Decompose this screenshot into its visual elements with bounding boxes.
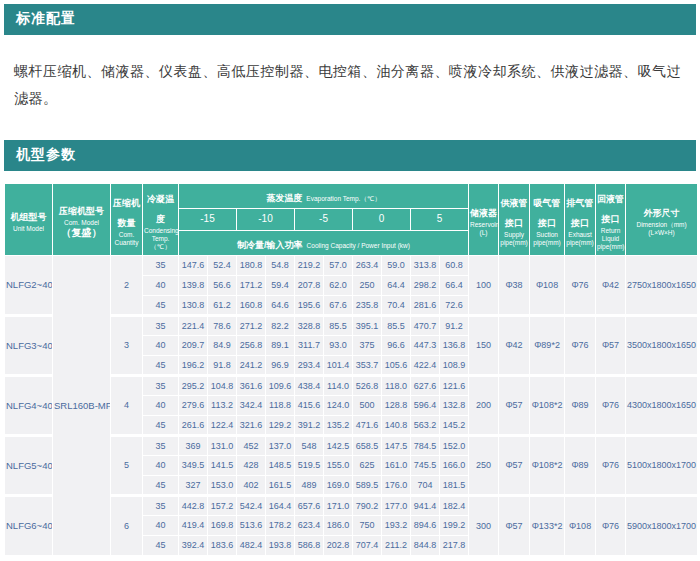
cell-cooling-capacity: 623.4 [295, 515, 324, 535]
page: 标准配置 螺杆压缩机、储液器、仪表盘、高低压控制器、电控箱、油分离器、喷液冷却系… [0, 0, 700, 561]
cell-cooling-capacity: 784.5 [411, 435, 440, 455]
cell-cooling-capacity: 321.6 [237, 415, 266, 435]
cell-power-input: 137.0 [266, 435, 295, 455]
cell-cooling-capacity: 295.2 [179, 375, 208, 395]
cell-condensing-temp: 45 [143, 295, 179, 315]
header-exhaust-zh: 排气管接口 [567, 198, 594, 228]
cell-cooling-capacity: 513.6 [237, 515, 266, 535]
cell-power-input: 104.8 [208, 375, 237, 395]
cell-cooling-capacity: 402 [237, 475, 266, 495]
cell-cooling-capacity: 442.8 [179, 495, 208, 515]
cell-dimension: 3500x1800x1650 [626, 315, 698, 375]
cell-power-input: 169.0 [324, 475, 353, 495]
cell-supply: Φ57 [499, 375, 530, 435]
cell-cooling-capacity: 894.6 [411, 515, 440, 535]
cell-cooling-capacity: 471.6 [353, 415, 382, 435]
cell-exhaust: Φ89 [565, 435, 596, 495]
header-supply: 供液管接口Supply pipe(mm) [499, 183, 530, 255]
cell-cooling-capacity: 745.5 [411, 455, 440, 475]
cell-cooling-capacity: 241.2 [237, 355, 266, 375]
cell-power-input: 124.0 [324, 395, 353, 415]
header-evap-temp--15: -15 [179, 208, 237, 230]
cell-supply: Φ57 [499, 495, 530, 555]
cell-power-input: 121.6 [440, 375, 469, 395]
cell-power-input: 113.2 [208, 395, 237, 415]
cell-cooling-capacity: 256.8 [237, 335, 266, 355]
cell-exhaust: Φ108 [565, 495, 596, 555]
cell-reservoir: 300 [469, 495, 499, 555]
cell-power-input: 101.4 [324, 355, 353, 375]
header-cooling-zh: 制冷量/输入功率 [237, 240, 303, 250]
cell-cooling-capacity: 415.6 [295, 395, 324, 415]
header-com-model: 压缩机型号Com. Model（复盛） [53, 183, 111, 255]
cell-unit-model: NLFG3~40 [5, 315, 53, 375]
cell-unit-model: NLFG4~40 [5, 375, 53, 435]
header-dimension: 外形尺寸Dimension（mm)(L×W×H) [626, 183, 698, 255]
cell-power-input: 157.2 [208, 495, 237, 515]
cell-power-input: 153.0 [208, 475, 237, 495]
cell-cooling-capacity: 586.8 [295, 535, 324, 555]
cell-return-liquid: Φ57 [596, 315, 626, 375]
cell-condensing-temp: 35 [143, 255, 179, 275]
model-params-title: 机型参数 [16, 146, 76, 162]
cell-power-input: 91.2 [440, 315, 469, 335]
cell-power-input: 211.2 [382, 535, 411, 555]
header-unit-model-zh: 机组型号 [11, 212, 47, 222]
header-supply-zh: 供液管接口 [501, 198, 528, 228]
cell-power-input: 199.2 [440, 515, 469, 535]
cell-return-liquid: Φ76 [596, 435, 626, 495]
cell-cooling-capacity: 209.7 [179, 335, 208, 355]
cell-cooling-capacity: 369 [179, 435, 208, 455]
header-evap-temp--5: -5 [295, 208, 353, 230]
standard-config-title: 标准配置 [16, 10, 76, 26]
header-return-liquid-zh: 回液管接口 [597, 194, 624, 224]
cell-power-input: 178.2 [266, 515, 295, 535]
cell-cooling-capacity: 139.8 [179, 275, 208, 295]
cell-cooling-capacity: 419.4 [179, 515, 208, 535]
cell-power-input: 152.0 [440, 435, 469, 455]
cell-power-input: 169.8 [208, 515, 237, 535]
cell-cooling-capacity: 790.2 [353, 495, 382, 515]
cell-condensing-temp: 35 [143, 435, 179, 455]
header-unit-model-en: Unit Model [6, 225, 51, 233]
cell-com-quantity: 4 [111, 375, 143, 435]
cell-condensing-temp: 45 [143, 415, 179, 435]
cell-reservoir: 200 [469, 375, 499, 435]
cell-cooling-capacity: 596.4 [411, 395, 440, 415]
cell-power-input: 70.4 [382, 295, 411, 315]
cell-power-input: 161.0 [382, 455, 411, 475]
cell-dimension: 2750x1800x1650 [626, 255, 698, 315]
cell-power-input: 96.6 [382, 335, 411, 355]
cell-power-input: 193.2 [382, 515, 411, 535]
cell-suction: Φ108 [530, 255, 565, 315]
cell-power-input: 136.8 [440, 335, 469, 355]
cell-condensing-temp: 45 [143, 535, 179, 555]
cell-cooling-capacity: 375 [353, 335, 382, 355]
header-suction: 吸气管接口Suction pipe(mm) [530, 183, 565, 255]
header-reservoir: 储液器Reservoir(L) [469, 183, 499, 255]
cell-suction: Φ133*2 [530, 495, 565, 555]
cell-supply: Φ38 [499, 255, 530, 315]
cell-power-input: 64.4 [382, 275, 411, 295]
cell-power-input: 145.2 [440, 415, 469, 435]
cell-unit-model: NLFG5~40 [5, 435, 53, 495]
header-condensing-en: Condensing Temp.（℃） [144, 227, 177, 251]
cell-cooling-capacity: 563.2 [411, 415, 440, 435]
header-condensing-zh: 冷凝温度 [147, 194, 174, 224]
standard-config-description: 螺杆压缩机、储液器、仪表盘、高低压控制器、电控箱、油分离器、喷液冷却系统、供液过… [0, 35, 700, 113]
cell-cooling-capacity: 130.8 [179, 295, 208, 315]
cell-com-quantity: 5 [111, 435, 143, 495]
cell-power-input: 84.9 [208, 335, 237, 355]
cell-power-input: 217.8 [440, 535, 469, 555]
header-com-quantity-zh: 压缩机数量 [113, 198, 140, 228]
header-unit-model: 机组型号Unit Model [5, 183, 53, 255]
cell-cooling-capacity: 447.3 [411, 335, 440, 355]
cell-cooling-capacity: 489 [295, 475, 324, 495]
cell-com-quantity: 3 [111, 315, 143, 375]
cell-condensing-temp: 40 [143, 395, 179, 415]
cell-suction: Φ89*2 [530, 315, 565, 375]
cell-exhaust: Φ76 [565, 315, 596, 375]
section-header-model-params: 机型参数 [4, 140, 696, 171]
cell-power-input: 183.6 [208, 535, 237, 555]
cell-cooling-capacity: 941.4 [411, 495, 440, 515]
